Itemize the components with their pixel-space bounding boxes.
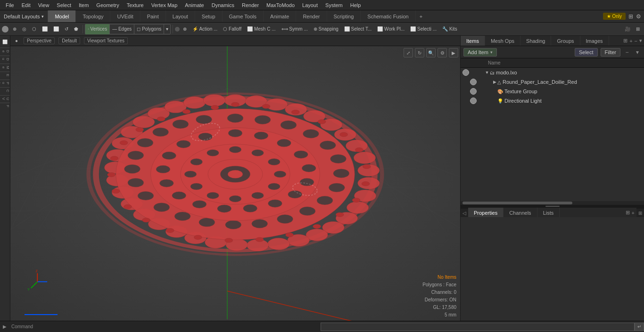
tab-lists[interactable]: Lists xyxy=(537,208,560,218)
list-item[interactable]: ▶ 💡 Directional Light xyxy=(461,96,644,105)
tab-images[interactable]: Images xyxy=(580,36,609,46)
tab-setup[interactable]: Setup xyxy=(195,10,223,22)
tool-work-plane[interactable]: ⬜ Work Pl... xyxy=(375,24,407,34)
tab-properties[interactable]: Properties xyxy=(468,208,504,218)
tool-mesh[interactable]: ⬜ Mesh C ... xyxy=(245,24,278,34)
tab-render[interactable]: Render xyxy=(296,10,327,22)
tool-camera-persp[interactable]: 🎥 xyxy=(622,24,633,34)
list-item[interactable]: ▶ 🎨 Texture Group xyxy=(461,87,644,96)
select-dropdown[interactable]: ▾ xyxy=(164,24,170,34)
tool-crosshair[interactable]: ⊕ xyxy=(10,24,19,34)
select-button[interactable]: Select xyxy=(575,48,598,57)
items-arrow-icon[interactable]: ▾ xyxy=(634,49,641,56)
left-section-e[interactable]: E xyxy=(0,72,10,78)
scrollbar-thumb[interactable] xyxy=(462,202,572,204)
left-section-mesh[interactable]: Mesh xyxy=(0,64,10,71)
menu-texture[interactable]: Texture xyxy=(123,1,148,9)
menu-vertex-map[interactable]: Vertex Map xyxy=(148,1,182,9)
tool-dot2[interactable] xyxy=(175,27,180,32)
viewport-canvas[interactable]: X Y Z ⤢ ↻ 🔍 ⚙ ▶ No Items Polygons : Face xyxy=(10,46,460,321)
tool-kits[interactable]: 🔧 Kits xyxy=(440,24,459,34)
tool-dot[interactable] xyxy=(2,26,8,32)
viewport-toggle[interactable]: ● xyxy=(13,38,20,44)
tab-scripting[interactable]: Scripting xyxy=(327,10,361,22)
menu-edit[interactable]: Edit xyxy=(18,1,34,9)
tab-paint[interactable]: Paint xyxy=(140,10,166,22)
viewport-texture-select[interactable]: Viewport Textures xyxy=(84,37,128,44)
viewport-shading-select[interactable]: Default xyxy=(58,37,80,44)
menu-animate[interactable]: Animate xyxy=(181,1,207,9)
items-tab-arrow[interactable]: ▾ xyxy=(639,38,642,44)
layout-icon-settings[interactable]: ⚙ xyxy=(636,13,641,20)
list-item[interactable]: ▶ △ Round_Paper_Lace_Doilie_Red xyxy=(461,77,644,87)
tab-shading[interactable]: Shading xyxy=(520,36,551,46)
items-list[interactable]: ▼ 🗂 modo.lxo ▶ △ Round_Paper_Lace_Doilie… xyxy=(461,68,644,201)
left-section-uv[interactable]: UV xyxy=(0,95,10,102)
tab-game-tools[interactable]: Game Tools xyxy=(223,10,264,22)
tool-symm[interactable]: ⟺ Symm ... xyxy=(279,24,310,34)
visibility-toggle[interactable] xyxy=(470,79,477,85)
menu-dynamics[interactable]: Dynamics xyxy=(208,1,238,9)
items-tab-minus[interactable]: − xyxy=(635,38,637,44)
add-item-button[interactable]: Add Item ▾ xyxy=(463,48,497,57)
tool-falloff[interactable]: ⬡ Falloff xyxy=(221,24,244,34)
tool-icon-a[interactable]: ⊕ xyxy=(181,24,189,34)
prop-expand-icon[interactable]: ⊞ xyxy=(626,210,630,216)
tab-schematic-fusion[interactable]: Schematic Fusion xyxy=(361,10,415,22)
tab-groups[interactable]: Groups xyxy=(551,36,580,46)
menu-help[interactable]: Help xyxy=(347,1,365,9)
tab-model[interactable]: Model xyxy=(48,10,76,22)
viewport-fit-icon[interactable]: ⤢ xyxy=(404,48,413,57)
tree-arrow-doily[interactable]: ▶ xyxy=(492,80,497,84)
left-tool-1[interactable]: ⬜ xyxy=(1,38,9,46)
viewport-rotate-icon[interactable]: ↻ xyxy=(415,48,424,57)
menu-select[interactable]: Select xyxy=(53,1,75,9)
left-section-c[interactable]: C xyxy=(0,87,10,94)
tool-vp-expand[interactable]: ⊞ xyxy=(634,24,642,34)
command-input[interactable] xyxy=(321,323,635,331)
select-vertices[interactable]: · Vertices xyxy=(85,24,110,34)
viewport[interactable]: ● Perspective Default Viewport Textures xyxy=(10,36,460,321)
tool-box1[interactable]: ⬜ xyxy=(40,24,50,34)
tab-topology[interactable]: Topology xyxy=(76,10,110,22)
menu-item[interactable]: Item xyxy=(75,1,92,9)
tab-channels[interactable]: Channels xyxy=(504,208,537,218)
menu-file[interactable]: File xyxy=(2,1,18,9)
tool-snapping[interactable]: ⊕ Snapping xyxy=(311,24,341,34)
items-minus-icon[interactable]: − xyxy=(623,49,631,56)
tool-box2[interactable]: ⬜ xyxy=(51,24,61,34)
add-item-dropdown-arrow[interactable]: ▾ xyxy=(490,50,493,55)
left-section-de[interactable]: De xyxy=(0,48,10,55)
menu-layout[interactable]: Layout xyxy=(298,1,322,9)
menu-system[interactable]: System xyxy=(322,1,347,9)
only-button[interactable]: ★ Only xyxy=(603,13,626,20)
items-tab-expand[interactable]: ⊞ xyxy=(623,38,627,44)
viewport-maximize-icon[interactable]: 🔍 xyxy=(426,48,436,57)
items-scrollbar[interactable] xyxy=(461,201,644,205)
viewport-more-icon[interactable]: ▶ xyxy=(449,48,458,57)
menu-maxtomodo[interactable]: MaxToModo xyxy=(263,1,298,9)
tool-diamond[interactable]: ⬟ xyxy=(72,24,81,34)
layout-add-tab-button[interactable]: + xyxy=(416,14,426,19)
tool-rotate[interactable]: ↺ xyxy=(62,24,71,34)
prop-panel-expand[interactable]: ⊞ xyxy=(638,211,642,216)
tool-circle[interactable]: ◎ xyxy=(20,24,29,34)
right-panel-bottom-arrow[interactable]: ▶ xyxy=(0,324,9,329)
viewport-mode-select[interactable]: Perspective xyxy=(24,37,55,44)
menu-geometry[interactable]: Geometry xyxy=(92,1,123,9)
tab-layout[interactable]: Layout xyxy=(166,10,195,22)
tool-snap[interactable]: ⬡ xyxy=(30,24,39,34)
tool-action[interactable]: ⚡ Action ... xyxy=(190,24,220,34)
viewport-settings-icon[interactable]: ⚙ xyxy=(438,48,447,57)
visibility-toggle[interactable] xyxy=(462,69,469,76)
left-section-f[interactable]: F xyxy=(0,103,10,109)
menu-render[interactable]: Render xyxy=(238,1,263,9)
prop-panel-arrow-left[interactable]: ◁ xyxy=(462,211,466,216)
left-section-pol[interactable]: Pol xyxy=(0,80,10,86)
visibility-toggle[interactable] xyxy=(470,88,477,95)
layout-icon-expand[interactable]: ⊞ xyxy=(628,13,633,20)
items-tab-plus[interactable]: + xyxy=(629,38,632,44)
prop-plus-icon[interactable]: + xyxy=(632,210,635,216)
menu-view[interactable]: View xyxy=(34,1,53,9)
select-edges[interactable]: ― Edges xyxy=(110,24,134,34)
